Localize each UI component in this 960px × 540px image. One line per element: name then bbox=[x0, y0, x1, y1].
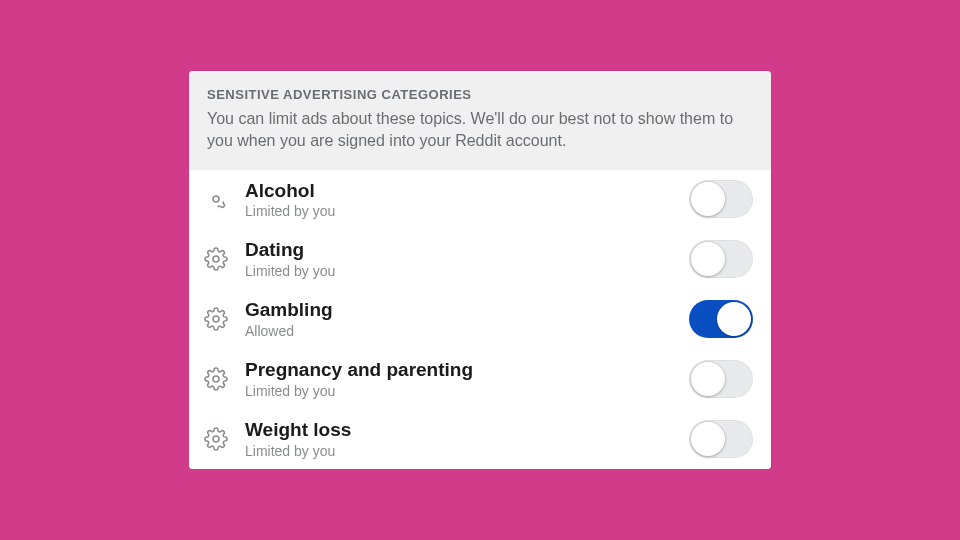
svg-point-4 bbox=[213, 436, 219, 442]
panel-description: You can limit ads about these topics. We… bbox=[207, 108, 753, 151]
category-row-alcohol: Alcohol Limited by you bbox=[189, 170, 771, 230]
category-text: Alcohol Limited by you bbox=[245, 180, 675, 220]
gear-icon[interactable] bbox=[201, 187, 231, 211]
toggle-dating[interactable] bbox=[689, 240, 753, 278]
category-status: Limited by you bbox=[245, 443, 675, 459]
panel-title: SENSITIVE ADVERTISING CATEGORIES bbox=[207, 87, 753, 102]
svg-point-3 bbox=[213, 376, 219, 382]
svg-point-2 bbox=[213, 316, 219, 322]
gear-icon[interactable] bbox=[201, 307, 231, 331]
category-row-pregnancy: Pregnancy and parenting Limited by you bbox=[189, 349, 771, 409]
toggle-gambling[interactable] bbox=[689, 300, 753, 338]
category-name: Weight loss bbox=[245, 419, 675, 442]
category-list: Alcohol Limited by you Dating Limited by… bbox=[189, 170, 771, 469]
category-status: Allowed bbox=[245, 323, 675, 339]
category-name: Pregnancy and parenting bbox=[245, 359, 675, 382]
category-text: Weight loss Limited by you bbox=[245, 419, 675, 459]
toggle-alcohol[interactable] bbox=[689, 180, 753, 218]
svg-point-1 bbox=[213, 256, 219, 262]
gear-icon[interactable] bbox=[201, 367, 231, 391]
category-text: Pregnancy and parenting Limited by you bbox=[245, 359, 675, 399]
category-name: Alcohol bbox=[245, 180, 675, 203]
category-status: Limited by you bbox=[245, 383, 675, 399]
gear-icon[interactable] bbox=[201, 427, 231, 451]
category-name: Gambling bbox=[245, 299, 675, 322]
category-text: Dating Limited by you bbox=[245, 239, 675, 279]
svg-point-0 bbox=[213, 196, 219, 202]
toggle-weightloss[interactable] bbox=[689, 420, 753, 458]
category-status: Limited by you bbox=[245, 263, 675, 279]
category-text: Gambling Allowed bbox=[245, 299, 675, 339]
category-status: Limited by you bbox=[245, 203, 675, 219]
toggle-pregnancy[interactable] bbox=[689, 360, 753, 398]
category-name: Dating bbox=[245, 239, 675, 262]
sensitive-ads-panel: SENSITIVE ADVERTISING CATEGORIES You can… bbox=[189, 71, 771, 468]
category-row-dating: Dating Limited by you bbox=[189, 229, 771, 289]
gear-icon[interactable] bbox=[201, 247, 231, 271]
category-row-gambling: Gambling Allowed bbox=[189, 289, 771, 349]
panel-header: SENSITIVE ADVERTISING CATEGORIES You can… bbox=[189, 71, 771, 169]
category-row-weightloss: Weight loss Limited by you bbox=[189, 409, 771, 469]
